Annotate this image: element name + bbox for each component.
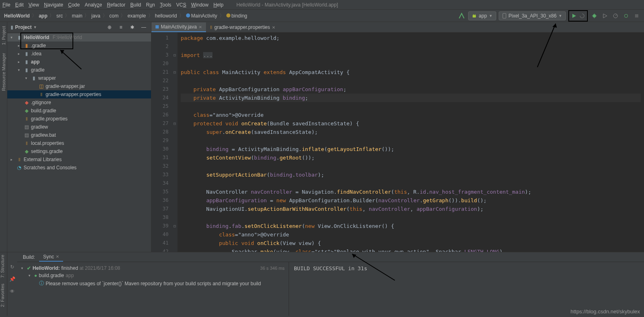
close-icon[interactable]: ✕: [272, 25, 275, 30]
menu-vcs[interactable]: VCS: [176, 2, 186, 8]
editor-area: MainActivity.java ✕ ⫴ gradle-wrapper.pro…: [151, 22, 644, 252]
window-title: HelloWorld - MainActivity.java [HelloWor…: [237, 2, 338, 8]
crumb[interactable]: binding: [226, 12, 248, 20]
menu-help[interactable]: Help: [213, 2, 223, 8]
tree-item[interactable]: ◫gradle-wrapper.jar: [7, 82, 151, 90]
tree-item[interactable]: ▾▮gradle: [7, 66, 151, 74]
tree-item[interactable]: ⫴gradle-wrapper.properties: [7, 90, 151, 98]
android-icon: [472, 13, 477, 18]
tab-project[interactable]: 1: Project: [1, 26, 6, 45]
props-icon: ⫴: [210, 24, 212, 30]
tree-item[interactable]: ⫴local.properties: [7, 139, 151, 147]
tree-item[interactable]: ▤gradlew.bat: [7, 131, 151, 139]
folder-icon: ▮: [24, 67, 29, 73]
menu-tools[interactable]: Tools: [160, 2, 171, 8]
git-icon: ◆: [24, 100, 29, 105]
folder-icon: ▮: [24, 51, 29, 57]
make-icon[interactable]: [458, 12, 466, 20]
pin-icon[interactable]: 📌: [8, 275, 16, 283]
menu-view[interactable]: View: [28, 2, 39, 8]
debug-button[interactable]: [590, 12, 598, 20]
tree-item[interactable]: ◆.gitignore: [7, 98, 151, 107]
tree-item[interactable]: ▤gradlew: [7, 123, 151, 131]
crumb[interactable]: helloworld: [154, 12, 178, 20]
jar-icon: ◫: [38, 83, 44, 89]
fold-column[interactable]: ⊟⊟⊟⊟: [172, 33, 177, 252]
crumb[interactable]: java: [90, 12, 101, 20]
coverage-icon[interactable]: [601, 12, 609, 20]
watermark: https://blog.csdn.net/skybulex: [570, 308, 640, 315]
menu-file[interactable]: File: [2, 2, 10, 8]
code-editor[interactable]: package com.example.helloworld;import ..…: [177, 33, 644, 252]
restart-icon[interactable]: ↻: [8, 263, 16, 271]
bat-icon: ▤: [24, 132, 29, 138]
crumb[interactable]: main: [71, 12, 83, 20]
crumb[interactable]: HelloWorld: [3, 12, 31, 20]
menubar: File Edit View Navigate Code Analyze Ref…: [0, 0, 644, 10]
tree-external-libraries[interactable]: ▸⫴ External Libraries: [7, 155, 151, 164]
line-gutter[interactable]: 1232021222324252627282930313233343536373…: [151, 33, 172, 252]
tab-structure[interactable]: 7: Structure: [0, 255, 5, 278]
build-tree[interactable]: ▾ ✔ HelloWorld: finished at 2021/6/17 16…: [17, 262, 289, 316]
attach-debugger-icon[interactable]: [622, 12, 630, 20]
tab-favorites[interactable]: 2: Favorites: [0, 284, 5, 307]
tree-item[interactable]: ◆build.gradle: [7, 107, 151, 115]
menu-build[interactable]: Build: [130, 2, 141, 8]
tree-item[interactable]: ▸▮.gradle: [7, 42, 151, 50]
phone-icon: [502, 13, 506, 19]
stop-button[interactable]: [633, 12, 641, 20]
menu-run[interactable]: Run: [146, 2, 155, 8]
toggle-icon[interactable]: 👁: [8, 287, 16, 295]
settings-icon[interactable]: ✱: [128, 23, 136, 31]
project-tree[interactable]: ▾▮ HelloWorld F:\HelloWorld ▸▮.gradle▸▮.…: [7, 33, 151, 252]
tab-label: MainActivity.java: [161, 24, 197, 30]
panel-title[interactable]: Project: [15, 24, 32, 30]
tree-item[interactable]: ⫴gradle.properties: [7, 115, 151, 123]
menu-analyze[interactable]: Analyze: [85, 2, 102, 8]
check-icon: ✔: [27, 265, 31, 271]
profiler-icon[interactable]: [611, 12, 620, 20]
device-label: Pixel_3a_API_30_x86: [508, 13, 556, 19]
menu-refactor[interactable]: Refactor: [107, 2, 125, 8]
tab-label: gradle-wrapper.properties: [214, 24, 270, 30]
hide-icon[interactable]: —: [140, 23, 148, 31]
crumb[interactable]: MainActivity: [185, 12, 218, 20]
tree-root[interactable]: ▾▮ HelloWorld F:\HelloWorld: [7, 33, 151, 42]
svg-point-1: [473, 14, 474, 15]
breadcrumb: HelloWorld〉 app〉 src〉 main〉 java〉 com〉 e…: [3, 12, 248, 20]
svg-rect-0: [473, 15, 476, 17]
select-opened-icon[interactable]: ⊕: [105, 23, 114, 31]
crumb[interactable]: app: [38, 12, 48, 20]
config-dropdown[interactable]: app ▼: [468, 11, 496, 20]
navbar: HelloWorld〉 app〉 src〉 main〉 java〉 com〉 e…: [0, 10, 644, 22]
menu-edit[interactable]: Edit: [15, 2, 24, 8]
device-dropdown[interactable]: Pixel_3a_API_30_x86 ▼: [499, 11, 566, 20]
expand-icon[interactable]: ≡: [117, 23, 125, 31]
crumb[interactable]: src: [55, 12, 64, 20]
editor-tab-properties[interactable]: ⫴ gradle-wrapper.properties ✕: [206, 22, 279, 32]
crumb[interactable]: example: [127, 12, 147, 20]
editor-tab-mainactivity[interactable]: MainActivity.java ✕: [151, 22, 206, 32]
tree-item[interactable]: ▾▮wrapper: [7, 74, 151, 82]
project-panel: ▮ Project ▼ ⊕ ≡ ✱ — ▾▮ HelloWorld F:\Hel…: [7, 22, 151, 252]
editor-tabs: MainActivity.java ✕ ⫴ gradle-wrapper.pro…: [151, 22, 644, 33]
tree-scratches[interactable]: ◔ Scratches and Consoles: [7, 164, 151, 172]
menu-code[interactable]: Code: [68, 2, 80, 8]
close-icon[interactable]: ✕: [199, 25, 202, 29]
tree-item[interactable]: ▸▮app: [7, 58, 151, 66]
build-tab-sync[interactable]: Sync✕: [39, 253, 63, 262]
svg-rect-12: [635, 14, 638, 17]
gradle-icon: ◆: [24, 149, 29, 154]
apply-changes-button[interactable]: [578, 12, 586, 20]
crumb[interactable]: com: [109, 12, 120, 20]
tree-item[interactable]: ◆settings.gradle: [7, 147, 151, 155]
build-output[interactable]: BUILD SUCCESSFUL in 31s: [289, 262, 644, 316]
info-icon: ⓘ: [39, 280, 44, 287]
tab-resource-manager[interactable]: Resource Manager: [1, 53, 6, 91]
menu-window[interactable]: Window: [191, 2, 208, 8]
tree-item[interactable]: ▸▮.idea: [7, 50, 151, 58]
run-button[interactable]: [570, 12, 578, 20]
success-icon: ●: [34, 273, 37, 278]
svg-point-2: [475, 14, 475, 15]
menu-navigate[interactable]: Navigate: [44, 2, 63, 8]
